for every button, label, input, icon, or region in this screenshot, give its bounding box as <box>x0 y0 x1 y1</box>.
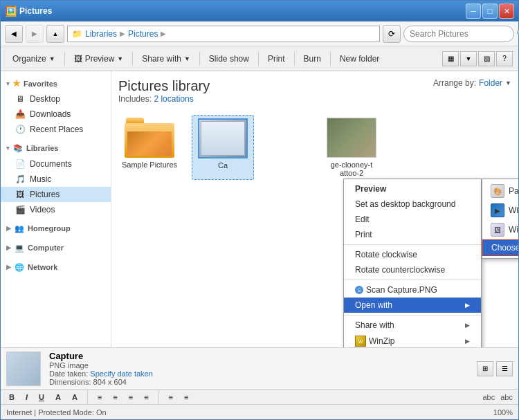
network-header[interactable]: ▶ 🌐 Network <box>1 259 111 275</box>
submenu-choose-default[interactable]: Choose default program... <box>482 239 518 256</box>
file-label-capture: Ca <box>218 161 228 170</box>
italic-button[interactable]: I <box>23 392 30 403</box>
refresh-icon: ⟳ <box>388 29 395 39</box>
toolbar-separator-2 <box>132 52 133 66</box>
view-details-status-button[interactable]: ☰ <box>496 361 513 376</box>
submenu-media-center[interactable]: ▶ Windows Media Center <box>482 201 518 220</box>
list-button[interactable]: ≡ <box>166 392 176 403</box>
view-details-button[interactable]: ▦ <box>442 51 459 66</box>
scan-icon: S <box>355 286 363 294</box>
sidebar-item-music[interactable]: 🎵 Music <box>1 172 111 187</box>
sidebar-item-videos[interactable]: 🎬 Videos <box>1 202 111 217</box>
highlight-button[interactable]: A <box>69 392 80 403</box>
slide-show-button[interactable]: Slide show <box>203 51 255 66</box>
ctx-winzip[interactable]: W WinZip ▶ <box>344 333 481 347</box>
computer-header[interactable]: ▶ 💻 Computer <box>1 239 111 256</box>
submenu-paint[interactable]: 🎨 Paint <box>482 181 518 201</box>
up-button[interactable]: ▲ <box>46 25 64 43</box>
folder-sort-link[interactable]: Folder <box>479 78 502 88</box>
align-left-button[interactable]: ≡ <box>95 392 104 403</box>
address-path[interactable]: 📁 Libraries ▶ Pictures ▶ <box>67 26 380 42</box>
maximize-button[interactable]: □ <box>482 3 498 19</box>
ie-zone-label: Internet | Protected Mode: On <box>6 408 107 417</box>
content-header: Pictures library Includes: 2 locations A… <box>118 78 511 104</box>
homegroup-header[interactable]: ▶ 👥 Homegroup <box>1 220 111 237</box>
folder-sort-arrow-icon: ▼ <box>505 80 511 86</box>
ctx-rotate-cw[interactable]: Rotate clockwise <box>344 247 481 262</box>
view-dropdown-button[interactable]: ▼ <box>460 51 477 66</box>
help-button[interactable]: ? <box>496 51 513 66</box>
preview-button[interactable]: 🖼 Preview ▼ <box>68 51 130 66</box>
bold-button[interactable]: B <box>6 392 17 403</box>
bottom-toolbar: B I U A A ≡ ≡ ≡ ≡ ≡ ≡ abc abc <box>1 389 518 404</box>
libraries-header[interactable]: ▾ 📚 Libraries <box>1 140 111 156</box>
file-item-capture[interactable]: Ca <box>192 115 254 180</box>
organize-button[interactable]: Organize ▼ <box>6 51 62 66</box>
search-box[interactable]: 🔍 <box>403 26 514 42</box>
file-label-clooney: ge-clooney-t attoo-2 <box>323 161 380 177</box>
locations-link[interactable]: 2 locations <box>154 94 193 104</box>
desktop-icon: 🖥 <box>15 93 26 104</box>
submenu-photo-viewer[interactable]: 🖼 Windows Photo Viewer <box>482 220 518 239</box>
underline-button[interactable]: U <box>36 392 47 403</box>
submenu-open-with: 🎨 Paint ▶ Windows Media Center 🖼 Windows… <box>482 179 518 259</box>
pictures-icon: 🖼 <box>15 189 26 200</box>
sidebar-item-desktop[interactable]: 🖥 Desktop <box>1 91 111 107</box>
ctx-rotate-ccw[interactable]: Rotate counterclockwise <box>344 262 481 277</box>
file-item-clooney[interactable]: ge-clooney-t attoo-2 <box>320 115 383 180</box>
open-with-arrow-icon: ▶ <box>465 302 470 309</box>
ctx-preview-label: Preview <box>355 184 386 194</box>
sidebar-item-recent-places[interactable]: 🕐 Recent Places <box>1 122 111 137</box>
minimize-button[interactable]: ─ <box>466 3 481 19</box>
title-bar-controls: ─ □ ✕ <box>466 3 514 19</box>
breadcrumb-libraries[interactable]: Libraries <box>85 29 117 39</box>
back-button[interactable]: ◀ <box>5 25 23 43</box>
share-with-button[interactable]: Share with ▼ <box>136 51 197 66</box>
share-arrow-icon: ▼ <box>184 55 190 62</box>
ctx-open-with[interactable]: Open with ▶ <box>344 298 481 313</box>
sidebar-item-downloads[interactable]: 📥 Downloads <box>1 107 111 122</box>
computer-icon: 💻 <box>14 242 25 253</box>
preview-pane-button[interactable]: ▧ <box>478 51 495 66</box>
refresh-button[interactable]: ⟳ <box>383 25 401 43</box>
ctx-print[interactable]: Print <box>344 227 481 242</box>
sidebar-item-pictures[interactable]: 🖼 Pictures <box>1 187 111 202</box>
paint-icon: 🎨 <box>491 184 504 198</box>
videos-icon: 🎬 <box>15 204 26 215</box>
ie-status-bar: Internet | Protected Mode: On 100% <box>1 404 518 419</box>
indent-button[interactable]: ≡ <box>181 392 191 403</box>
preview-icon: 🖼 <box>74 54 82 64</box>
main-area: ▾ ★ Favorites 🖥 Desktop 📥 Downloads 🕐 Re… <box>1 71 518 347</box>
forward-button[interactable]: ▶ <box>26 25 44 43</box>
search-input[interactable] <box>410 29 513 39</box>
burn-button[interactable]: Burn <box>298 51 327 66</box>
new-folder-button[interactable]: New folder <box>334 51 385 66</box>
title-bar-left: 🖼️ Pictures <box>5 6 52 17</box>
address-bar: ◀ ▶ ▲ 📁 Libraries ▶ Pictures ▶ ⟳ 🔍 <box>1 21 518 46</box>
sidebar: ▾ ★ Favorites 🖥 Desktop 📥 Downloads 🕐 Re… <box>1 71 111 347</box>
context-menu: Preview Set as desktop background Edit P… <box>343 179 482 347</box>
sidebar-item-documents[interactable]: 📄 Documents <box>1 156 111 172</box>
ctx-share-with[interactable]: Share with ▶ <box>344 318 481 333</box>
justify-button[interactable]: ≡ <box>141 392 151 403</box>
print-button[interactable]: Print <box>262 51 291 66</box>
network-section: ▶ 🌐 Network <box>1 259 111 275</box>
content-area: Pictures library Includes: 2 locations A… <box>111 71 518 347</box>
ctx-scan[interactable]: S Scan Capture.PNG <box>344 282 481 298</box>
ctx-edit[interactable]: Edit <box>344 212 481 227</box>
ctx-preview[interactable]: Preview <box>344 181 481 197</box>
title-bar: 🖼️ Pictures ─ □ ✕ <box>1 1 518 21</box>
favorites-header[interactable]: ▾ ★ Favorites <box>1 75 111 91</box>
font-color-button[interactable]: A <box>53 392 64 403</box>
folder-icon-visual <box>125 118 174 158</box>
libraries-expand-icon: ▾ <box>6 145 10 152</box>
align-right-button[interactable]: ≡ <box>126 392 136 403</box>
align-center-button[interactable]: ≡ <box>110 392 120 403</box>
breadcrumb-pictures[interactable]: Pictures <box>128 29 158 39</box>
ctx-set-desktop[interactable]: Set as desktop background <box>344 197 481 212</box>
close-button[interactable]: ✕ <box>499 3 514 19</box>
date-taken-link[interactable]: Specify date taken <box>90 369 153 378</box>
view-buttons: ▦ ▼ ▧ ? <box>442 51 513 66</box>
view-large-icons-button[interactable]: ⊞ <box>477 361 493 376</box>
file-item-sample-pictures[interactable]: Sample Pictures <box>118 115 181 180</box>
